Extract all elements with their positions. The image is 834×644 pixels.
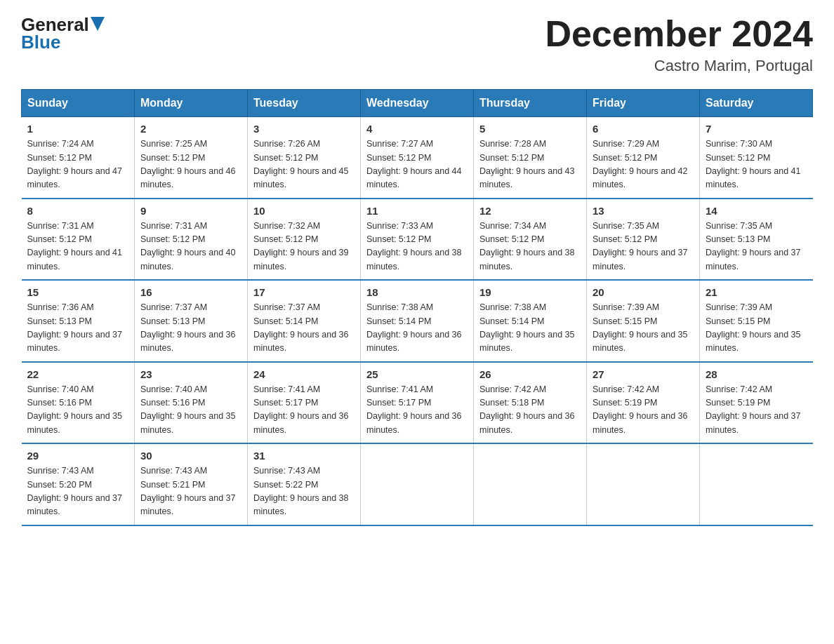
day-cell bbox=[587, 443, 700, 525]
day-cell: 18Sunrise: 7:38 AMSunset: 5:14 PMDayligh… bbox=[361, 280, 474, 362]
day-info: Sunrise: 7:37 AMSunset: 5:13 PMDaylight:… bbox=[140, 301, 241, 356]
day-info: Sunrise: 7:43 AMSunset: 5:20 PMDaylight:… bbox=[27, 464, 129, 519]
day-info: Sunrise: 7:24 AMSunset: 5:12 PMDaylight:… bbox=[27, 137, 129, 192]
month-title: December 2024 bbox=[545, 14, 813, 54]
day-info: Sunrise: 7:35 AMSunset: 5:12 PMDaylight:… bbox=[593, 220, 694, 274]
day-info: Sunrise: 7:33 AMSunset: 5:12 PMDaylight:… bbox=[366, 220, 468, 274]
day-info: Sunrise: 7:32 AMSunset: 5:12 PMDaylight:… bbox=[253, 220, 355, 274]
day-number: 21 bbox=[706, 286, 807, 298]
day-info: Sunrise: 7:43 AMSunset: 5:22 PMDaylight:… bbox=[253, 464, 355, 519]
day-info: Sunrise: 7:40 AMSunset: 5:16 PMDaylight:… bbox=[140, 383, 241, 438]
day-info: Sunrise: 7:31 AMSunset: 5:12 PMDaylight:… bbox=[140, 220, 241, 274]
day-cell: 22Sunrise: 7:40 AMSunset: 5:16 PMDayligh… bbox=[22, 362, 135, 444]
day-cell bbox=[361, 443, 474, 525]
week-row-5: 29Sunrise: 7:43 AMSunset: 5:20 PMDayligh… bbox=[22, 443, 813, 525]
day-number: 20 bbox=[593, 286, 694, 298]
day-info: Sunrise: 7:38 AMSunset: 5:14 PMDaylight:… bbox=[366, 301, 468, 356]
col-header-wednesday: Wednesday bbox=[361, 90, 474, 117]
day-number: 11 bbox=[366, 205, 468, 217]
logo-triangle-icon bbox=[91, 17, 105, 31]
day-number: 31 bbox=[253, 450, 355, 462]
day-info: Sunrise: 7:37 AMSunset: 5:14 PMDaylight:… bbox=[253, 301, 355, 356]
day-number: 18 bbox=[366, 286, 468, 298]
col-header-saturday: Saturday bbox=[700, 90, 813, 117]
day-cell: 17Sunrise: 7:37 AMSunset: 5:14 PMDayligh… bbox=[248, 280, 361, 362]
col-header-sunday: Sunday bbox=[22, 90, 135, 117]
col-header-thursday: Thursday bbox=[474, 90, 587, 117]
day-number: 30 bbox=[140, 450, 241, 462]
day-cell: 14Sunrise: 7:35 AMSunset: 5:13 PMDayligh… bbox=[700, 199, 813, 281]
day-cell: 7Sunrise: 7:30 AMSunset: 5:12 PMDaylight… bbox=[700, 117, 813, 199]
day-number: 25 bbox=[366, 368, 468, 380]
day-cell: 24Sunrise: 7:41 AMSunset: 5:17 PMDayligh… bbox=[248, 362, 361, 444]
day-number: 19 bbox=[479, 286, 581, 298]
day-info: Sunrise: 7:36 AMSunset: 5:13 PMDaylight:… bbox=[27, 301, 129, 356]
day-number: 24 bbox=[253, 368, 355, 380]
day-cell: 29Sunrise: 7:43 AMSunset: 5:20 PMDayligh… bbox=[22, 443, 135, 525]
day-cell: 13Sunrise: 7:35 AMSunset: 5:12 PMDayligh… bbox=[587, 199, 700, 281]
page-header: General Blue December 2024 Castro Marim,… bbox=[21, 14, 813, 75]
day-info: Sunrise: 7:43 AMSunset: 5:21 PMDaylight:… bbox=[140, 464, 241, 519]
day-number: 2 bbox=[140, 123, 241, 135]
day-info: Sunrise: 7:39 AMSunset: 5:15 PMDaylight:… bbox=[593, 301, 694, 356]
day-info: Sunrise: 7:31 AMSunset: 5:12 PMDaylight:… bbox=[27, 220, 129, 274]
week-row-1: 1Sunrise: 7:24 AMSunset: 5:12 PMDaylight… bbox=[22, 117, 813, 199]
day-cell: 26Sunrise: 7:42 AMSunset: 5:18 PMDayligh… bbox=[474, 362, 587, 444]
day-info: Sunrise: 7:26 AMSunset: 5:12 PMDaylight:… bbox=[253, 137, 355, 192]
logo: General Blue bbox=[21, 14, 105, 53]
day-info: Sunrise: 7:42 AMSunset: 5:19 PMDaylight:… bbox=[593, 383, 694, 438]
day-cell: 2Sunrise: 7:25 AMSunset: 5:12 PMDaylight… bbox=[135, 117, 248, 199]
day-number: 16 bbox=[140, 286, 241, 298]
day-cell: 4Sunrise: 7:27 AMSunset: 5:12 PMDaylight… bbox=[361, 117, 474, 199]
day-info: Sunrise: 7:34 AMSunset: 5:12 PMDaylight:… bbox=[479, 220, 581, 274]
day-number: 3 bbox=[253, 123, 355, 135]
day-number: 5 bbox=[479, 123, 581, 135]
day-number: 8 bbox=[27, 205, 129, 217]
day-number: 4 bbox=[366, 123, 468, 135]
day-cell: 21Sunrise: 7:39 AMSunset: 5:15 PMDayligh… bbox=[700, 280, 813, 362]
week-row-2: 8Sunrise: 7:31 AMSunset: 5:12 PMDaylight… bbox=[22, 199, 813, 281]
day-info: Sunrise: 7:28 AMSunset: 5:12 PMDaylight:… bbox=[479, 137, 581, 192]
svg-marker-0 bbox=[91, 17, 105, 31]
col-header-tuesday: Tuesday bbox=[248, 90, 361, 117]
day-number: 12 bbox=[479, 205, 581, 217]
day-cell: 9Sunrise: 7:31 AMSunset: 5:12 PMDaylight… bbox=[135, 199, 248, 281]
day-cell: 31Sunrise: 7:43 AMSunset: 5:22 PMDayligh… bbox=[248, 443, 361, 525]
day-number: 23 bbox=[140, 368, 241, 380]
day-info: Sunrise: 7:30 AMSunset: 5:12 PMDaylight:… bbox=[706, 137, 807, 192]
calendar-header-row: SundayMondayTuesdayWednesdayThursdayFrid… bbox=[22, 90, 813, 117]
day-info: Sunrise: 7:39 AMSunset: 5:15 PMDaylight:… bbox=[706, 301, 807, 356]
day-cell: 27Sunrise: 7:42 AMSunset: 5:19 PMDayligh… bbox=[587, 362, 700, 444]
day-info: Sunrise: 7:29 AMSunset: 5:12 PMDaylight:… bbox=[593, 137, 694, 192]
day-number: 17 bbox=[253, 286, 355, 298]
day-number: 9 bbox=[140, 205, 241, 217]
day-number: 29 bbox=[27, 450, 129, 462]
day-info: Sunrise: 7:42 AMSunset: 5:19 PMDaylight:… bbox=[706, 383, 807, 438]
day-cell: 8Sunrise: 7:31 AMSunset: 5:12 PMDaylight… bbox=[22, 199, 135, 281]
day-cell: 3Sunrise: 7:26 AMSunset: 5:12 PMDaylight… bbox=[248, 117, 361, 199]
calendar-table: SundayMondayTuesdayWednesdayThursdayFrid… bbox=[21, 89, 813, 526]
day-number: 15 bbox=[27, 286, 129, 298]
col-header-monday: Monday bbox=[135, 90, 248, 117]
day-info: Sunrise: 7:25 AMSunset: 5:12 PMDaylight:… bbox=[140, 137, 241, 192]
day-cell: 12Sunrise: 7:34 AMSunset: 5:12 PMDayligh… bbox=[474, 199, 587, 281]
day-info: Sunrise: 7:38 AMSunset: 5:14 PMDaylight:… bbox=[479, 301, 581, 356]
day-info: Sunrise: 7:41 AMSunset: 5:17 PMDaylight:… bbox=[366, 383, 468, 438]
title-block: December 2024 Castro Marim, Portugal bbox=[545, 14, 813, 75]
day-number: 14 bbox=[706, 205, 807, 217]
day-cell: 25Sunrise: 7:41 AMSunset: 5:17 PMDayligh… bbox=[361, 362, 474, 444]
day-number: 10 bbox=[253, 205, 355, 217]
day-cell bbox=[700, 443, 813, 525]
day-cell bbox=[474, 443, 587, 525]
day-number: 7 bbox=[706, 123, 807, 135]
day-info: Sunrise: 7:42 AMSunset: 5:18 PMDaylight:… bbox=[479, 383, 581, 438]
col-header-friday: Friday bbox=[587, 90, 700, 117]
day-cell: 5Sunrise: 7:28 AMSunset: 5:12 PMDaylight… bbox=[474, 117, 587, 199]
day-cell: 30Sunrise: 7:43 AMSunset: 5:21 PMDayligh… bbox=[135, 443, 248, 525]
day-cell: 15Sunrise: 7:36 AMSunset: 5:13 PMDayligh… bbox=[22, 280, 135, 362]
day-cell: 6Sunrise: 7:29 AMSunset: 5:12 PMDaylight… bbox=[587, 117, 700, 199]
location: Castro Marim, Portugal bbox=[545, 57, 813, 75]
day-number: 6 bbox=[593, 123, 694, 135]
day-number: 1 bbox=[27, 123, 129, 135]
day-number: 13 bbox=[593, 205, 694, 217]
